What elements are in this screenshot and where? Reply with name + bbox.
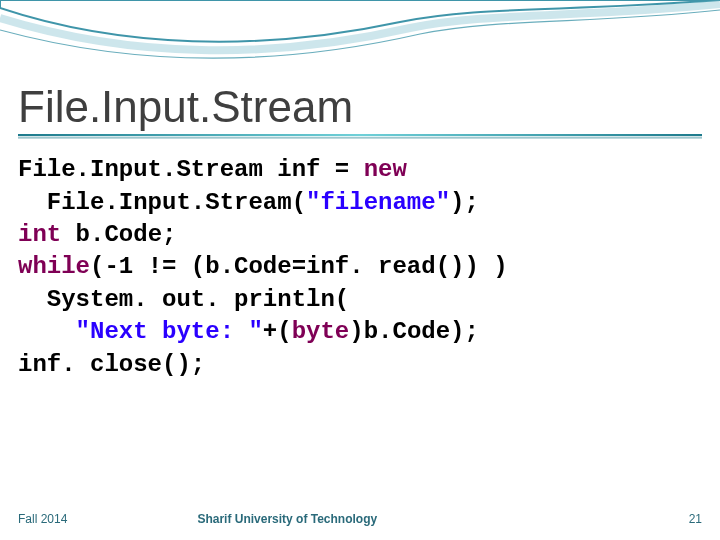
code-text: File.Input.Stream( [18, 189, 306, 216]
code-block: File.Input.Stream inf = new File.Input.S… [18, 154, 702, 381]
keyword-while: while [18, 253, 90, 280]
code-line-5: System. out. println( [18, 286, 349, 313]
code-text: File.Input.Stream inf = [18, 156, 364, 183]
keyword-int: int [18, 221, 61, 248]
svg-rect-1 [18, 138, 702, 139]
string-literal: "filename" [306, 189, 450, 216]
code-line-2: File.Input.Stream("filename"); [18, 189, 479, 216]
footer-date: Fall 2014 [18, 512, 67, 526]
header-swoosh [0, 0, 720, 80]
string-literal: "Next byte: " [76, 318, 263, 345]
slide-number: 21 [689, 512, 702, 526]
code-text: (-1 != (b.Code=inf. read()) ) [90, 253, 508, 280]
code-text: )b.Code); [349, 318, 479, 345]
slide-title: File.Input.Stream [18, 84, 702, 130]
slide-content: File.Input.Stream File.Input.Stream inf … [18, 84, 702, 381]
svg-rect-0 [18, 134, 702, 136]
code-line-3: int b.Code; [18, 221, 176, 248]
title-underline [18, 134, 702, 140]
code-line-4: while(-1 != (b.Code=inf. read()) ) [18, 253, 508, 280]
code-text: b.Code; [61, 221, 176, 248]
code-text: +( [263, 318, 292, 345]
code-line-7: inf. close(); [18, 351, 205, 378]
footer-org: Sharif University of Technology [67, 512, 688, 526]
code-line-6: "Next byte: "+(byte)b.Code); [18, 318, 479, 345]
code-line-1: File.Input.Stream inf = new [18, 156, 407, 183]
code-text [18, 318, 76, 345]
slide-footer: Fall 2014 Sharif University of Technolog… [18, 512, 702, 526]
keyword-new: new [364, 156, 407, 183]
keyword-byte: byte [292, 318, 350, 345]
code-text: ); [450, 189, 479, 216]
